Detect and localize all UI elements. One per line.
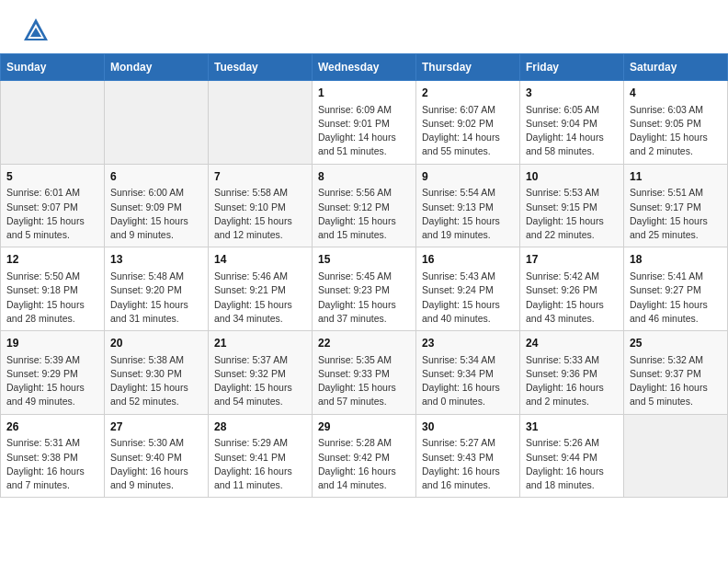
day-info: Sunrise: 5:48 AM Sunset: 9:20 PM Dayligh… bbox=[110, 270, 202, 326]
day-number: 17 bbox=[526, 252, 618, 268]
logo bbox=[22, 17, 53, 44]
day-info: Sunrise: 5:50 AM Sunset: 9:18 PM Dayligh… bbox=[6, 270, 98, 326]
day-info: Sunrise: 5:43 AM Sunset: 9:24 PM Dayligh… bbox=[422, 270, 514, 326]
calendar-cell: 23Sunrise: 5:34 AM Sunset: 9:34 PM Dayli… bbox=[416, 331, 520, 415]
day-number: 30 bbox=[422, 419, 514, 435]
day-number: 12 bbox=[6, 252, 98, 268]
day-info: Sunrise: 6:07 AM Sunset: 9:02 PM Dayligh… bbox=[422, 103, 514, 159]
calendar-cell: 14Sunrise: 5:46 AM Sunset: 9:21 PM Dayli… bbox=[209, 247, 313, 331]
calendar-cell: 18Sunrise: 5:41 AM Sunset: 9:27 PM Dayli… bbox=[624, 247, 728, 331]
col-monday: Monday bbox=[105, 54, 209, 81]
calendar-cell: 22Sunrise: 5:35 AM Sunset: 9:33 PM Dayli… bbox=[313, 331, 416, 415]
day-info: Sunrise: 5:38 AM Sunset: 9:30 PM Dayligh… bbox=[110, 353, 202, 409]
day-info: Sunrise: 5:58 AM Sunset: 9:10 PM Dayligh… bbox=[214, 186, 306, 242]
day-number: 31 bbox=[526, 419, 618, 435]
day-info: Sunrise: 5:42 AM Sunset: 9:26 PM Dayligh… bbox=[526, 270, 618, 326]
calendar-cell: 1Sunrise: 6:09 AM Sunset: 9:01 PM Daylig… bbox=[313, 81, 416, 165]
calendar-cell bbox=[105, 81, 209, 165]
calendar-cell: 3Sunrise: 6:05 AM Sunset: 9:04 PM Daylig… bbox=[520, 81, 624, 165]
day-info: Sunrise: 5:45 AM Sunset: 9:23 PM Dayligh… bbox=[318, 270, 410, 326]
day-info: Sunrise: 5:28 AM Sunset: 9:42 PM Dayligh… bbox=[318, 436, 410, 492]
logo-icon bbox=[22, 17, 50, 44]
day-number: 9 bbox=[422, 169, 514, 185]
calendar-week-row: 12Sunrise: 5:50 AM Sunset: 9:18 PM Dayli… bbox=[1, 247, 728, 331]
day-info: Sunrise: 6:01 AM Sunset: 9:07 PM Dayligh… bbox=[6, 186, 98, 242]
calendar-cell: 21Sunrise: 5:37 AM Sunset: 9:32 PM Dayli… bbox=[209, 331, 313, 415]
day-number: 26 bbox=[6, 419, 98, 435]
calendar-cell: 28Sunrise: 5:29 AM Sunset: 9:41 PM Dayli… bbox=[209, 414, 313, 498]
day-number: 25 bbox=[630, 336, 722, 351]
day-number: 1 bbox=[318, 86, 410, 101]
day-info: Sunrise: 5:53 AM Sunset: 9:15 PM Dayligh… bbox=[526, 186, 618, 242]
calendar-cell: 30Sunrise: 5:27 AM Sunset: 9:43 PM Dayli… bbox=[416, 414, 520, 498]
calendar-cell: 12Sunrise: 5:50 AM Sunset: 9:18 PM Dayli… bbox=[1, 247, 105, 331]
page-header bbox=[0, 0, 728, 53]
day-info: Sunrise: 6:09 AM Sunset: 9:01 PM Dayligh… bbox=[318, 103, 410, 159]
calendar-cell: 27Sunrise: 5:30 AM Sunset: 9:40 PM Dayli… bbox=[105, 414, 209, 498]
calendar-cell: 17Sunrise: 5:42 AM Sunset: 9:26 PM Dayli… bbox=[520, 247, 624, 331]
calendar-cell: 4Sunrise: 6:03 AM Sunset: 9:05 PM Daylig… bbox=[624, 81, 728, 165]
day-number: 23 bbox=[422, 336, 514, 351]
day-number: 10 bbox=[526, 169, 618, 185]
day-number: 13 bbox=[110, 252, 202, 268]
calendar-cell: 31Sunrise: 5:26 AM Sunset: 9:44 PM Dayli… bbox=[520, 414, 624, 498]
col-thursday: Thursday bbox=[416, 54, 520, 81]
day-number: 15 bbox=[318, 252, 410, 268]
day-info: Sunrise: 5:26 AM Sunset: 9:44 PM Dayligh… bbox=[526, 436, 618, 492]
day-number: 20 bbox=[110, 336, 202, 351]
calendar-cell: 2Sunrise: 6:07 AM Sunset: 9:02 PM Daylig… bbox=[416, 81, 520, 165]
calendar-cell bbox=[624, 414, 728, 498]
day-number: 4 bbox=[630, 86, 722, 101]
day-info: Sunrise: 5:32 AM Sunset: 9:37 PM Dayligh… bbox=[630, 353, 722, 409]
day-info: Sunrise: 5:34 AM Sunset: 9:34 PM Dayligh… bbox=[422, 353, 514, 409]
calendar-cell bbox=[209, 81, 313, 165]
day-info: Sunrise: 5:56 AM Sunset: 9:12 PM Dayligh… bbox=[318, 186, 410, 242]
calendar-cell: 10Sunrise: 5:53 AM Sunset: 9:15 PM Dayli… bbox=[520, 164, 624, 247]
col-friday: Friday bbox=[520, 54, 624, 81]
calendar-week-row: 1Sunrise: 6:09 AM Sunset: 9:01 PM Daylig… bbox=[1, 81, 728, 165]
calendar-week-row: 19Sunrise: 5:39 AM Sunset: 9:29 PM Dayli… bbox=[1, 331, 728, 415]
day-info: Sunrise: 5:51 AM Sunset: 9:17 PM Dayligh… bbox=[630, 186, 722, 242]
calendar-cell: 11Sunrise: 5:51 AM Sunset: 9:17 PM Dayli… bbox=[624, 164, 728, 247]
calendar-cell: 24Sunrise: 5:33 AM Sunset: 9:36 PM Dayli… bbox=[520, 331, 624, 415]
calendar-cell: 19Sunrise: 5:39 AM Sunset: 9:29 PM Dayli… bbox=[1, 331, 105, 415]
day-info: Sunrise: 5:27 AM Sunset: 9:43 PM Dayligh… bbox=[422, 436, 514, 492]
day-info: Sunrise: 6:00 AM Sunset: 9:09 PM Dayligh… bbox=[110, 186, 202, 242]
col-wednesday: Wednesday bbox=[313, 54, 416, 81]
calendar-cell: 5Sunrise: 6:01 AM Sunset: 9:07 PM Daylig… bbox=[1, 164, 105, 247]
day-number: 3 bbox=[526, 86, 618, 101]
calendar-cell bbox=[1, 81, 105, 165]
day-info: Sunrise: 5:33 AM Sunset: 9:36 PM Dayligh… bbox=[526, 353, 618, 409]
calendar-cell: 25Sunrise: 5:32 AM Sunset: 9:37 PM Dayli… bbox=[624, 331, 728, 415]
col-sunday: Sunday bbox=[1, 54, 105, 81]
day-info: Sunrise: 5:31 AM Sunset: 9:38 PM Dayligh… bbox=[6, 436, 98, 492]
calendar-week-row: 26Sunrise: 5:31 AM Sunset: 9:38 PM Dayli… bbox=[1, 414, 728, 498]
calendar-cell: 29Sunrise: 5:28 AM Sunset: 9:42 PM Dayli… bbox=[313, 414, 416, 498]
day-number: 18 bbox=[630, 252, 722, 268]
calendar-cell: 7Sunrise: 5:58 AM Sunset: 9:10 PM Daylig… bbox=[209, 164, 313, 247]
day-info: Sunrise: 5:37 AM Sunset: 9:32 PM Dayligh… bbox=[214, 353, 306, 409]
day-number: 7 bbox=[214, 169, 306, 185]
col-tuesday: Tuesday bbox=[209, 54, 313, 81]
calendar-table: Sunday Monday Tuesday Wednesday Thursday… bbox=[0, 53, 728, 498]
col-saturday: Saturday bbox=[624, 54, 728, 81]
calendar-cell: 15Sunrise: 5:45 AM Sunset: 9:23 PM Dayli… bbox=[313, 247, 416, 331]
day-number: 24 bbox=[526, 336, 618, 351]
day-info: Sunrise: 5:54 AM Sunset: 9:13 PM Dayligh… bbox=[422, 186, 514, 242]
day-number: 29 bbox=[318, 419, 410, 435]
calendar-cell: 26Sunrise: 5:31 AM Sunset: 9:38 PM Dayli… bbox=[1, 414, 105, 498]
day-info: Sunrise: 5:41 AM Sunset: 9:27 PM Dayligh… bbox=[630, 270, 722, 326]
day-number: 28 bbox=[214, 419, 306, 435]
day-number: 8 bbox=[318, 169, 410, 185]
day-info: Sunrise: 6:03 AM Sunset: 9:05 PM Dayligh… bbox=[630, 103, 722, 159]
day-number: 11 bbox=[630, 169, 722, 185]
calendar-cell: 13Sunrise: 5:48 AM Sunset: 9:20 PM Dayli… bbox=[105, 247, 209, 331]
day-number: 19 bbox=[6, 336, 98, 351]
calendar-cell: 20Sunrise: 5:38 AM Sunset: 9:30 PM Dayli… bbox=[105, 331, 209, 415]
calendar-header-row: Sunday Monday Tuesday Wednesday Thursday… bbox=[1, 54, 728, 81]
calendar-week-row: 5Sunrise: 6:01 AM Sunset: 9:07 PM Daylig… bbox=[1, 164, 728, 247]
day-number: 5 bbox=[6, 169, 98, 185]
day-info: Sunrise: 5:39 AM Sunset: 9:29 PM Dayligh… bbox=[6, 353, 98, 409]
day-number: 16 bbox=[422, 252, 514, 268]
calendar-cell: 6Sunrise: 6:00 AM Sunset: 9:09 PM Daylig… bbox=[105, 164, 209, 247]
